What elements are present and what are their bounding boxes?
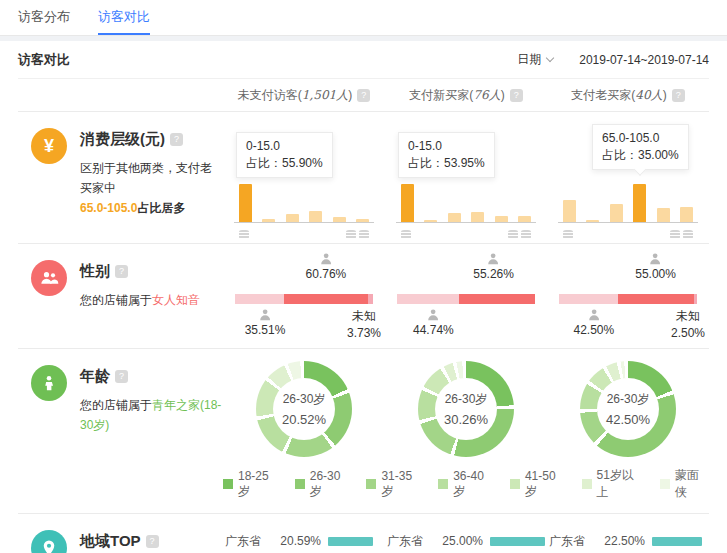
legend-swatch: [582, 479, 592, 489]
person-icon: [586, 308, 601, 322]
chart-tooltip: 0-15.0占比：53.95%: [398, 132, 495, 178]
legend-swatch: [510, 479, 520, 489]
age-title: 年龄: [80, 367, 110, 386]
page-header: 访客对比 日期 2019-07-14~2019-07-14: [18, 41, 709, 79]
bar-segment[interactable]: [633, 184, 646, 222]
legend-item[interactable]: 36-40岁: [438, 469, 494, 500]
bar-segment[interactable]: [448, 213, 461, 222]
legend-swatch: [223, 479, 233, 489]
age-description: 您的店铺属于青年之家(18-30岁): [80, 395, 223, 435]
female-share: 60.76%: [306, 252, 347, 281]
people-icon: [31, 260, 67, 296]
consumption-description: 区别于其他两类，支付老买家中 65.0-105.0占比居多: [80, 158, 223, 218]
bar-segment[interactable]: [239, 184, 252, 222]
chart-tooltip: 0-15.0占比：55.90%: [236, 132, 333, 178]
legend-swatch: [366, 479, 376, 489]
region-row: 广东省20.59%: [225, 530, 383, 552]
section-age: 年龄 您的店铺属于青年之家(18-30岁) 26-30岁20.52% 26-30…: [18, 348, 709, 513]
age-chart-repeat-buyers[interactable]: 26-30岁42.50%: [580, 361, 676, 457]
age-chart-new-buyers[interactable]: 26-30岁30.26%: [418, 361, 514, 457]
legend-item[interactable]: 18-25岁: [223, 469, 279, 500]
date-range-value: 2019-07-14~2019-07-14: [579, 53, 709, 67]
age-legend: 18-25岁26-30岁31-35岁36-40岁41-50岁51岁以上蒙面侠: [223, 457, 709, 513]
unknown-segment: [694, 294, 697, 304]
bar-segment[interactable]: [563, 200, 576, 222]
help-icon[interactable]: [170, 133, 183, 146]
column-header-new-buyers: 支付新买家(76人): [385, 87, 547, 104]
region-row: 广东省25.00%: [387, 530, 545, 552]
bar-segment[interactable]: [471, 212, 484, 222]
consumption-chart-unpaid[interactable]: 0-15.0占比：55.90%: [234, 118, 374, 240]
region-list-new-buyers: 广东省25.00%浙江省11.84%: [387, 530, 545, 553]
female-segment: [459, 294, 535, 304]
page-title: 访客对比: [18, 51, 70, 69]
date-filter-label: 日期: [517, 52, 541, 66]
person-icon: [31, 365, 67, 401]
gender-stacked-bar: [397, 294, 535, 304]
legend-item[interactable]: 31-35岁: [366, 469, 422, 500]
male-share: 42.50%: [573, 308, 614, 337]
date-filter-dropdown[interactable]: 日期: [517, 51, 553, 68]
help-icon[interactable]: [115, 265, 128, 278]
chart-tooltip: 65.0-105.0占比：35.00%: [592, 124, 689, 170]
help-icon[interactable]: [510, 89, 523, 102]
coin-icon: [346, 230, 356, 239]
unknown-segment: [368, 294, 373, 304]
help-icon[interactable]: [357, 89, 370, 102]
bar-segment[interactable]: [657, 208, 670, 222]
age-chart-unpaid[interactable]: 26-30岁20.52%: [256, 361, 352, 457]
section-consumption-level: ¥ 消费层级(元) 区别于其他两类，支付老买家中 65.0-105.0占比居多 …: [18, 111, 709, 243]
region-list-unpaid: 广东省20.59%浙江省11.06%: [225, 530, 383, 553]
legend-item[interactable]: 蒙面侠: [660, 467, 709, 501]
person-icon: [486, 252, 501, 266]
location-pin-icon: [31, 530, 67, 553]
person-icon: [258, 308, 273, 322]
gender-stacked-bar: [235, 294, 373, 304]
legend-item[interactable]: 51岁以上: [582, 467, 644, 501]
coin-icon: [521, 230, 531, 239]
help-icon[interactable]: [115, 370, 128, 383]
legend-item[interactable]: 41-50岁: [510, 469, 566, 500]
gender-stacked-bar: [559, 294, 697, 304]
region-list-repeat-buyers: 广东省22.50%福建省12.50%: [549, 530, 707, 553]
female-share: 55.00%: [635, 252, 676, 281]
gender-title: 性别: [80, 262, 110, 281]
coin-icon: [401, 230, 411, 239]
help-icon[interactable]: [672, 89, 685, 102]
gender-description: 您的店铺属于女人知音: [80, 290, 200, 310]
coin-icon: [359, 230, 369, 239]
coin-icon: [683, 230, 693, 239]
column-header-unpaid: 未支付访客(1,501人): [223, 87, 385, 104]
chevron-down-icon: [546, 54, 554, 62]
region-bar: [652, 537, 702, 546]
bar-segment[interactable]: [309, 211, 322, 222]
bar-segment[interactable]: [286, 214, 299, 222]
person-icon: [318, 252, 333, 266]
region-bar: [328, 537, 373, 546]
person-icon: [426, 308, 441, 322]
tab-visitor-distribution[interactable]: 访客分布: [18, 0, 70, 35]
section-gender: 性别 您的店铺属于女人知音 60.76%35.51%未知3.73% 55.26%…: [18, 243, 709, 348]
bar-segment[interactable]: [610, 204, 623, 222]
legend-swatch: [295, 479, 305, 489]
legend-item[interactable]: 26-30岁: [295, 469, 351, 500]
consumption-chart-repeat-buyers[interactable]: 65.0-105.0占比：35.00%: [558, 118, 698, 240]
column-header-repeat-buyers: 支付老买家(40人): [547, 87, 709, 104]
male-segment: [559, 294, 618, 304]
unknown-share: 未知2.50%: [671, 308, 705, 342]
gender-chart-repeat-buyers[interactable]: 55.00%42.50%未知2.50%: [559, 252, 697, 344]
consumption-chart-new-buyers[interactable]: 0-15.0占比：53.95%: [396, 118, 536, 240]
legend-swatch: [660, 479, 670, 489]
bar-segment[interactable]: [680, 207, 693, 222]
legend-swatch: [438, 479, 448, 489]
help-icon[interactable]: [146, 535, 159, 548]
gender-chart-unpaid[interactable]: 60.76%35.51%未知3.73%: [235, 252, 373, 344]
tab-visitor-compare[interactable]: 访客对比: [98, 0, 150, 35]
coin-icon: [239, 230, 249, 239]
region-title: 地域TOP: [80, 532, 141, 551]
bar-segment[interactable]: [401, 184, 414, 222]
coin-icon: [508, 230, 518, 239]
yuan-icon: ¥: [31, 128, 67, 164]
gender-chart-new-buyers[interactable]: 55.26%44.74%: [397, 252, 535, 344]
column-headers: 未支付访客(1,501人) 支付新买家(76人) 支付老买家(40人): [18, 79, 709, 111]
